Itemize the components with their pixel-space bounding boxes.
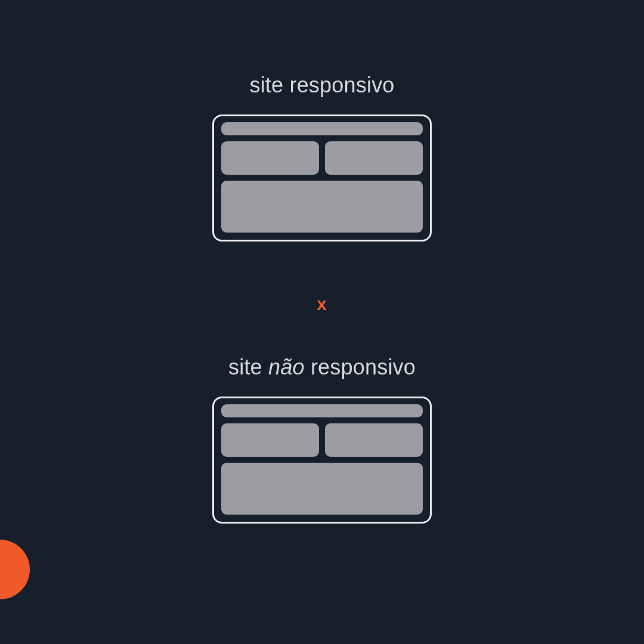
- wireframe-big-block: [221, 181, 423, 233]
- wireframe-col-right: [325, 141, 423, 175]
- separator-x: x: [317, 294, 327, 314]
- wireframe-two-col-row: [221, 141, 423, 175]
- wireframe-two-col-row: [221, 423, 423, 457]
- wireframe-header-bar: [221, 404, 423, 417]
- wireframe-col-right: [325, 423, 423, 457]
- wireframe-big-block: [221, 463, 423, 515]
- wireframe-header-bar: [221, 122, 423, 135]
- heading-responsive-text: site responsivo: [249, 73, 394, 97]
- wireframe-responsive: [212, 114, 432, 242]
- wireframe-non-responsive: [212, 397, 432, 524]
- heading-non-responsive-post: responsivo: [305, 355, 416, 379]
- heading-responsive: site responsivo: [249, 73, 394, 98]
- wireframe-col-left: [221, 423, 319, 457]
- diagram-container: site responsivo x site não responsivo: [0, 0, 644, 644]
- heading-non-responsive-pre: site: [228, 355, 268, 379]
- heading-non-responsive-em: não: [268, 355, 305, 379]
- wireframe-col-left: [221, 141, 319, 175]
- heading-non-responsive: site não responsivo: [228, 355, 416, 380]
